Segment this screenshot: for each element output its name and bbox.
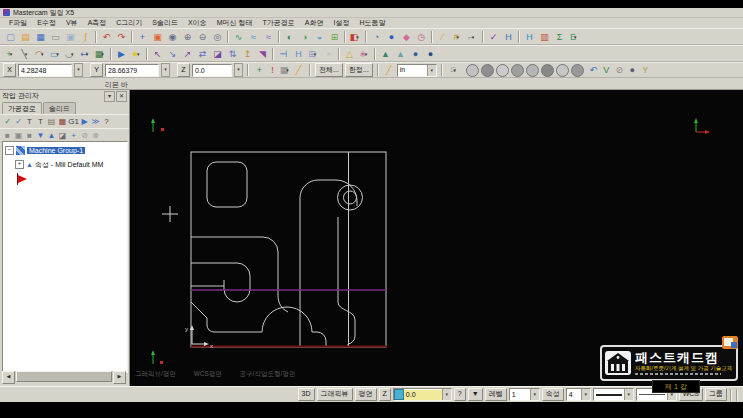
toolbar-icon[interactable]: ⌐ ▾: [465, 30, 480, 44]
toolbar-icon[interactable]: + ▾: [3, 47, 18, 61]
combo-caret[interactable]: ▾: [581, 389, 590, 400]
toolbar-icon[interactable]: ◡ ▾: [63, 47, 78, 61]
collapse-expander-icon[interactable]: −: [5, 146, 14, 155]
menu-item[interactable]: X이송: [183, 18, 212, 28]
y-coordinate-input[interactable]: 28.66379: [105, 64, 159, 77]
selection-circle-button[interactable]: [511, 64, 524, 77]
toolbar-icon[interactable]: ↘ ▾: [165, 47, 180, 61]
autocursor-icon[interactable]: ▦ ▾: [279, 63, 292, 77]
toolbar-icon[interactable]: ↖ ▾: [150, 47, 165, 61]
select-only-button[interactable]: 한정...: [345, 63, 373, 77]
menu-item[interactable]: A화면: [300, 18, 329, 28]
toolbar-icon[interactable]: ◠ ▾: [33, 47, 48, 61]
toolbar-icon[interactable]: ∕ ▾: [435, 30, 450, 44]
toolbar-icon[interactable]: ◥ ▾: [255, 47, 270, 61]
machine-group-label[interactable]: Machine Group-1: [27, 147, 85, 154]
toolbar-icon[interactable]: ∿ ▾: [231, 30, 246, 44]
groups-button[interactable]: 그룹: [705, 388, 727, 401]
toolbar-icon[interactable]: # ▾: [450, 30, 465, 44]
toolbar-icon[interactable]: + ▾: [135, 30, 150, 44]
x-coordinate-input[interactable]: 4.28248: [18, 64, 72, 77]
dropdown-caret[interactable]: ▾: [574, 34, 579, 40]
toolbar-icon[interactable]: ◪ ▾: [210, 47, 225, 61]
dropdown-caret[interactable]: ▾: [25, 51, 30, 57]
selection-circle-button[interactable]: [496, 64, 509, 77]
panel-tool-icon[interactable]: G1: [68, 116, 79, 127]
selection-circle-button[interactable]: [466, 64, 479, 77]
panel-tool-icon[interactable]: ▲: [46, 130, 57, 141]
toolbar-icon[interactable]: ⊞ ▾: [306, 47, 321, 61]
scroll-right-icon[interactable]: ▶: [113, 371, 126, 384]
selection-circle-button[interactable]: [571, 64, 584, 77]
color-swatch-button[interactable]: ▼: [468, 388, 483, 401]
toolbar-icon[interactable]: ▣ ▾: [63, 30, 78, 44]
toolbar-icon[interactable]: ▦ ▾: [33, 30, 48, 44]
panel-tool-icon[interactable]: ✓: [13, 116, 24, 127]
panel-tool-icon[interactable]: ✓: [2, 116, 13, 127]
toolbar-icon[interactable]: ⇄ ▾: [195, 47, 210, 61]
toolbar-icon[interactable]: ▣ ▾: [150, 30, 165, 44]
insert-arrow-flag[interactable]: [17, 173, 127, 185]
panel-horizontal-scrollbar[interactable]: ◀ ▶: [2, 371, 126, 382]
selection-circle-button[interactable]: [481, 64, 494, 77]
toolbar-icon[interactable]: ◐ ▾: [282, 30, 297, 44]
dropdown-caret[interactable]: ▾: [137, 51, 142, 57]
toolbar-icon[interactable]: ⊖ ▾: [195, 30, 210, 44]
menu-item[interactable]: H도움말: [354, 18, 390, 28]
panel-close-button[interactable]: ✕: [116, 91, 127, 102]
menu-item[interactable]: I설정: [328, 18, 354, 28]
graphics-viewport[interactable]: y x 그래픽뷰/평면 WCS평면 공구/작업도형/평면: [131, 90, 743, 386]
panel-tool-icon[interactable]: ≫: [90, 116, 101, 127]
panel-tool-icon[interactable]: +: [68, 130, 79, 141]
selection-tool-icon[interactable]: Y: [639, 63, 652, 77]
toolbar-icon[interactable]: ◔ ▾: [369, 30, 384, 44]
selection-tool-icon[interactable]: V: [600, 63, 613, 77]
menu-item[interactable]: V뷰: [61, 18, 83, 28]
selection-circle-button[interactable]: [541, 64, 554, 77]
menu-item[interactable]: S솔리드: [147, 18, 183, 28]
toolbar-icon[interactable]: Ε ▾: [567, 30, 582, 44]
dropdown-caret[interactable]: ▾: [10, 51, 15, 57]
toolbar-icon[interactable]: ▲ ▾: [393, 47, 408, 61]
panel-tool-icon[interactable]: ▶: [79, 116, 90, 127]
menu-item[interactable]: A측정: [83, 18, 112, 28]
panel-collapse-button[interactable]: ▾: [104, 91, 115, 102]
scrollbar-thumb[interactable]: [16, 371, 112, 382]
tree-row-machine-group[interactable]: − Machine Group-1: [3, 145, 127, 156]
panel-tool-icon[interactable]: ?: [101, 116, 112, 127]
y-dropdown[interactable]: ▾: [161, 63, 170, 77]
toolbar-icon[interactable]: ↷ ▾: [114, 30, 129, 44]
z-depth-value[interactable]: 0.0: [404, 390, 442, 400]
dropdown-caret[interactable]: ▾: [472, 34, 477, 40]
toolbar-icon[interactable]: ★ ▾: [129, 47, 144, 61]
toolbar-icon[interactable]: ▫ ▾: [321, 47, 336, 61]
autocursor-icon[interactable]: ╱ ▾: [292, 63, 305, 77]
toolbar-icon[interactable]: ◑ ▾: [297, 30, 312, 44]
z-depth-button[interactable]: Z: [379, 388, 391, 401]
z-depth-combo[interactable]: 0.0 ▾: [393, 388, 452, 401]
panel-tool-icon[interactable]: ◪: [57, 130, 68, 141]
z-coordinate-input[interactable]: 0.0: [192, 64, 232, 77]
expand-expander-icon[interactable]: +: [15, 160, 24, 169]
select-all-button[interactable]: 전체...: [315, 63, 343, 77]
dropdown-caret[interactable]: ▾: [457, 34, 462, 40]
toolbar-icon[interactable]: ▦ ▾: [93, 47, 108, 61]
panel-tool-icon[interactable]: ⊘: [79, 130, 90, 141]
scroll-left-icon[interactable]: ◀: [2, 371, 15, 384]
gview-button[interactable]: 그래픽뷰: [317, 388, 353, 401]
toolbar-icon[interactable]: ◷ ▾: [414, 30, 429, 44]
panel-tool-icon[interactable]: ■: [24, 130, 35, 141]
z-axis-button[interactable]: Z: [177, 63, 190, 77]
dropdown-caret[interactable]: ▾: [101, 51, 106, 57]
menu-item[interactable]: C그리기: [111, 18, 147, 28]
dropdown-caret[interactable]: ▾: [56, 51, 61, 57]
y-axis-button[interactable]: Y: [90, 63, 103, 77]
toolbar-icon[interactable]: ≈ ▾: [261, 30, 276, 44]
toolbar-icon[interactable]: ◧ ▾: [348, 30, 363, 44]
toolbar-icon[interactable]: ● ▾: [408, 47, 423, 61]
combo-caret[interactable]: ▾: [624, 389, 633, 400]
selection-tool-icon[interactable]: ↶: [587, 63, 600, 77]
swatch-button[interactable]: □▾: [447, 63, 463, 77]
toolbar-icon[interactable]: ↥ ▾: [240, 47, 255, 61]
selection-tool-icon[interactable]: ⊘: [613, 63, 626, 77]
